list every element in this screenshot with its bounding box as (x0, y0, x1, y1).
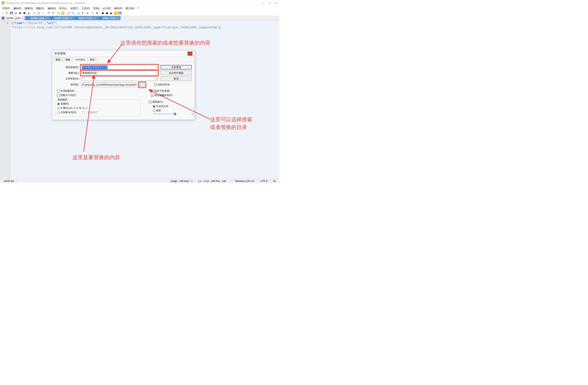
menubar: 文件(F) 编辑(E) 搜索(S) 视图(V) 编码(N) 语言(L) 设置(T… (0, 6, 279, 11)
maximize-button[interactable]: ☐ (269, 1, 271, 5)
menu-file[interactable]: 文件(F) (1, 6, 11, 11)
tab-label: cache.json (6, 17, 21, 20)
chevron-down-icon[interactable]: ▾ (156, 78, 157, 80)
filetype-input[interactable]: *.* ▾ (81, 76, 158, 81)
directory-input[interactable]: D:\phpstudy_pro\WWW\www.daohang.com\publ… (81, 82, 138, 87)
file-icon (75, 17, 78, 20)
resize-grip[interactable] (191, 113, 194, 115)
whole-word-checkbox[interactable] (57, 90, 60, 92)
open-icon[interactable]: 📂 (5, 11, 9, 15)
menu-tools[interactable]: 工具(O) (80, 6, 91, 11)
undo-icon[interactable]: ↶ (46, 11, 51, 15)
fast-icon[interactable]: ⏩ (114, 11, 118, 15)
hidden-checkbox[interactable]: ✓ (151, 94, 153, 97)
print-icon[interactable]: 🖨 (26, 11, 31, 15)
tab-index-php[interactable]: index.php ✕ (25, 16, 48, 20)
match-newline-checkbox[interactable] (82, 111, 84, 114)
paste-icon[interactable]: 📄 (41, 11, 45, 15)
copy-icon[interactable]: 📋 (37, 11, 41, 15)
new-icon[interactable]: 📄 (1, 11, 5, 15)
subfolders-checkbox[interactable]: ✓ (151, 90, 153, 92)
tab-find[interactable]: 查找 (53, 57, 63, 62)
regex-radio[interactable] (57, 111, 60, 114)
status-mode: IN (270, 179, 278, 183)
filetype-label: 文件类型(S) : (55, 77, 81, 81)
tab-cache-json[interactable]: cache.json ✕ (0, 16, 25, 20)
browse-button[interactable]: ... (139, 82, 145, 87)
chevron-down-icon[interactable]: ▾ (156, 66, 157, 68)
replace-input[interactable]: 要替换的内容 ▾ (81, 71, 158, 75)
find-icon[interactable]: 🔍 (57, 11, 61, 15)
menu-window[interactable]: 窗口(W) (124, 6, 136, 11)
status-position: Ln : 1 Col : 140 Pos : 140 (195, 179, 232, 183)
tab-close-icon[interactable]: ✕ (45, 17, 47, 20)
play-icon[interactable]: ▶ (109, 11, 113, 15)
wrap-icon[interactable]: ↩ (76, 11, 81, 15)
folder-icon[interactable]: 📁 (91, 11, 95, 15)
cut-icon[interactable]: ✂ (32, 11, 36, 15)
save-all-icon[interactable]: 🗂 (14, 11, 18, 15)
menu-search[interactable]: 搜索(S) (23, 6, 34, 11)
tab-find-in-files[interactable]: 文件查找 (73, 57, 87, 62)
dialog-close-button[interactable]: ✕ (188, 52, 192, 56)
menu-run[interactable]: 运行(R) (101, 6, 112, 11)
chevron-down-icon[interactable]: ▾ (136, 83, 137, 86)
json-key: "time" (13, 21, 24, 25)
always-radio[interactable] (153, 109, 155, 112)
menu-edit[interactable]: 编辑(E) (12, 6, 23, 11)
save-macro-icon[interactable]: 💾 (118, 11, 122, 15)
json-value: "https:\/\/cn.bing.com\/th?id=OHR.Tanzan… (11, 26, 219, 29)
monitor-icon[interactable]: 👁 (95, 11, 99, 15)
tab-label: index.php (31, 17, 44, 20)
tab-main-html[interactable]: main.html ✕ (73, 16, 97, 20)
menu-help[interactable]: ? (136, 6, 140, 10)
close-all-icon[interactable]: 🗙 (22, 11, 26, 15)
hidden-label: 包含隐藏目录(H) (154, 94, 172, 97)
find-input[interactable]: 想搜索或者替换的内容 ▾ (81, 65, 158, 69)
transparency-checkbox[interactable]: ✓ (149, 101, 151, 103)
tab-close-icon[interactable]: ✕ (21, 17, 23, 20)
tab-mark[interactable]: 标记 (88, 57, 97, 62)
on-lose-focus-radio[interactable] (153, 105, 155, 108)
menu-view[interactable]: 视图(V) (35, 6, 45, 11)
current-folder-checkbox[interactable]: ✓ (154, 83, 157, 86)
menu-macro[interactable]: 宏(M) (92, 6, 101, 11)
transparency-slider[interactable] (153, 114, 177, 114)
tab-close-icon[interactable]: ✕ (70, 17, 72, 20)
menu-language[interactable]: 语言(L) (58, 6, 68, 11)
show-all-icon[interactable]: ¶ (81, 11, 85, 15)
match-case-checkbox[interactable] (57, 94, 60, 97)
save-icon[interactable]: 💾 (9, 11, 13, 15)
extended-radio[interactable] (57, 107, 60, 109)
cancel-button[interactable]: 取消 (161, 76, 192, 81)
menu-settings[interactable]: 设置(T) (69, 6, 80, 11)
status-filetype: JSON file (1, 179, 17, 183)
chevron-down-icon[interactable]: ▾ (156, 72, 157, 74)
stop-icon[interactable]: ⏹ (105, 11, 109, 15)
close-button[interactable]: ✕ (275, 1, 278, 5)
minimize-button[interactable]: — (262, 1, 264, 5)
find-all-button[interactable]: 全部查找 (161, 65, 192, 69)
close-icon[interactable]: ✖ (18, 11, 22, 15)
replace-in-files-button[interactable]: 在文件中替换 (161, 71, 192, 75)
record-icon[interactable]: ⏺ (101, 11, 105, 15)
zoom-in-icon[interactable]: 🔎 (66, 11, 71, 15)
subfolders-label: 包含子目录(B) (154, 89, 170, 93)
json-value: "20210731" (26, 21, 44, 25)
tab-replace[interactable]: 替换 (63, 57, 73, 62)
redo-icon[interactable]: ↷ (51, 11, 55, 15)
menu-encoding[interactable]: 编码(N) (46, 6, 57, 11)
tab-close-icon[interactable]: ✕ (117, 17, 119, 20)
statusbar: JSON file length : 139 lines : 1 Ln : 1 … (0, 179, 279, 183)
normal-radio[interactable] (57, 103, 60, 105)
replace-icon[interactable]: 🔁 (61, 11, 65, 15)
match-case-label: 匹配大小写(C) (61, 94, 76, 97)
tab-index-html[interactable]: index.html ✕ (48, 16, 73, 20)
menu-plugins[interactable]: 插件(P) (113, 6, 124, 11)
indent-icon[interactable]: ⇥ (85, 11, 89, 15)
tab-close-icon[interactable]: ✕ (94, 17, 95, 20)
zoom-out-icon[interactable]: 🔍 (71, 11, 75, 15)
tab-label: show.html (103, 17, 116, 20)
status-length: length : 139 lines : 1 (168, 179, 195, 183)
tab-show-html[interactable]: show.html ✕ (97, 16, 121, 20)
